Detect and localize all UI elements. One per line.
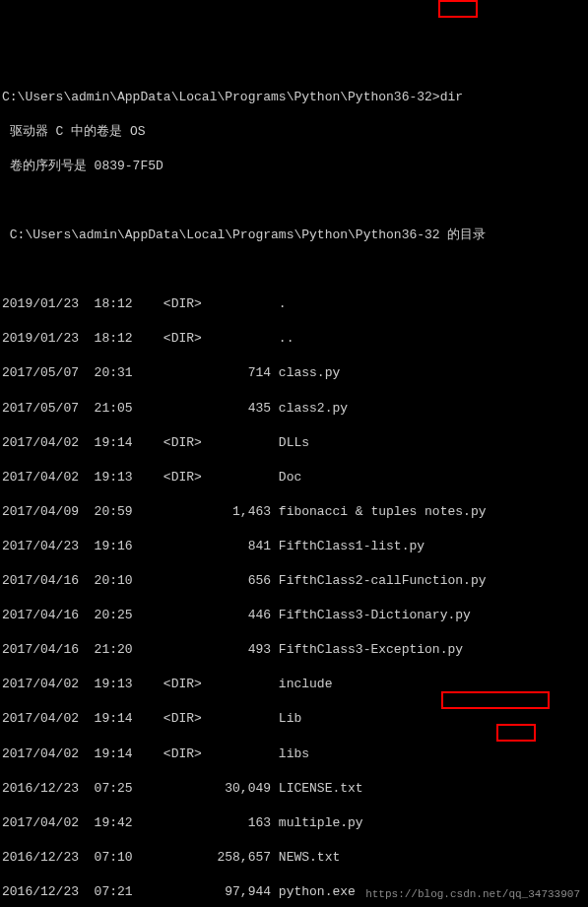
dir-entry: 2017/04/16 21:20 493 FifthClass3-Excepti…: [2, 641, 586, 659]
command[interactable]: dir: [440, 90, 463, 104]
serial-line: 卷的序列号是 0839-7F5D: [2, 158, 586, 175]
highlight-box-dir1: [438, 0, 478, 18]
dir-entry: 2017/04/02 19:14 <DIR> Lib: [2, 710, 586, 728]
watermark: https://blog.csdn.net/qq_34733907: [365, 887, 580, 902]
dir-entry: 2017/05/07 21:05 435 class2.py: [2, 400, 586, 418]
dir-entry: 2017/04/02 19:14 <DIR> DLLs: [2, 434, 586, 452]
dir-entry: 2019/01/23 18:12 <DIR> .: [2, 295, 586, 313]
dir-entry: 2017/04/23 19:16 841 FifthClass1-list.py: [2, 538, 586, 555]
dir-entry: 2017/04/02 19:13 <DIR> Doc: [2, 469, 586, 486]
dir-entry: 2017/04/09 20:59 1,463 fibonacci & tuple…: [2, 503, 586, 521]
dir-entry: 2017/05/07 20:31 714 class.py: [2, 364, 586, 382]
dir-entry: 2017/04/16 20:10 656 FifthClass2-callFun…: [2, 572, 586, 590]
dir-entry: 2016/12/23 07:25 30,049 LICENSE.txt: [2, 780, 586, 798]
dir-entry: 2017/04/02 19:14 <DIR> libs: [2, 745, 586, 763]
terminal-output: C:\Users\admin\AppData\Local\Programs\Py…: [2, 71, 586, 907]
directory-of-line: C:\Users\admin\AppData\Local\Programs\Py…: [2, 227, 586, 244]
prompt-path: C:\Users\admin\AppData\Local\Programs\Py…: [2, 90, 440, 104]
dir-entry: 2017/04/02 19:13 <DIR> include: [2, 676, 586, 693]
dir-entry: 2019/01/23 18:12 <DIR> ..: [2, 330, 586, 348]
dir-entry: 2017/04/02 19:42 163 multiple.py: [2, 814, 586, 832]
dir-entry: 2017/04/16 20:25 446 FifthClass3-Diction…: [2, 607, 586, 624]
dir-entry: 2016/12/23 07:10 258,657 NEWS.txt: [2, 849, 586, 867]
volume-line: 驱动器 C 中的卷是 OS: [2, 123, 586, 141]
